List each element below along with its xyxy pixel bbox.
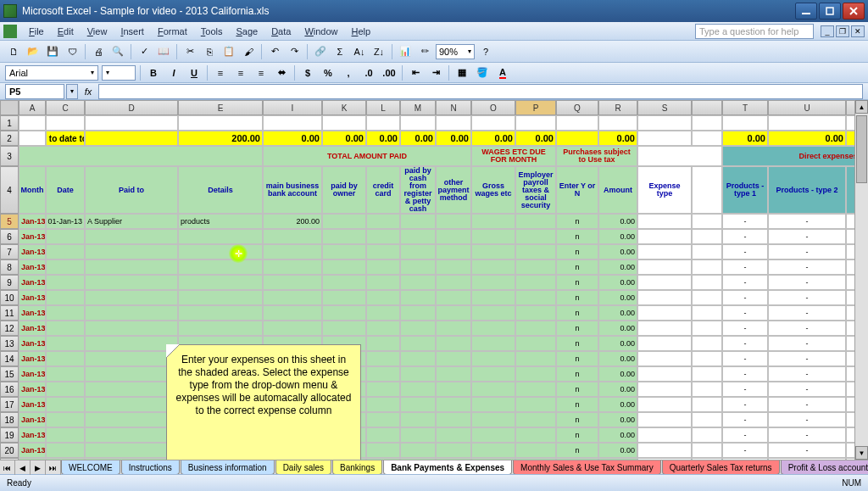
- employer-tax-cell[interactable]: [515, 259, 556, 275]
- underline-button[interactable]: U: [186, 64, 203, 81]
- row-header[interactable]: 15: [0, 366, 19, 382]
- name-dropdown[interactable]: ▾: [66, 84, 78, 99]
- print-icon[interactable]: 🖨: [90, 43, 107, 60]
- sheet-nav[interactable]: ⏮◀▶⏭: [0, 460, 61, 474]
- comma-icon[interactable]: ,: [340, 64, 357, 81]
- menu-help[interactable]: Help: [345, 24, 378, 39]
- amount-cell[interactable]: 0.00: [598, 214, 637, 229]
- bank-cell[interactable]: [263, 290, 322, 305]
- paidto-cell[interactable]: [85, 351, 178, 366]
- amount-cell[interactable]: 0.00: [598, 412, 637, 427]
- details-cell[interactable]: [178, 305, 263, 321]
- sheet-tab[interactable]: Instructions: [121, 460, 180, 474]
- align-center-icon[interactable]: ≡: [232, 64, 249, 81]
- name-box[interactable]: P5: [5, 84, 64, 99]
- amount-cell[interactable]: 0.00: [598, 259, 637, 275]
- amount-cell[interactable]: 0.00: [598, 397, 637, 412]
- col-header[interactable]: R: [598, 100, 637, 115]
- mdi-minimize[interactable]: _: [821, 25, 834, 37]
- row-header[interactable]: 9: [0, 275, 19, 290]
- employer-tax-cell[interactable]: [515, 305, 556, 321]
- select-all[interactable]: [0, 100, 19, 115]
- paidto-cell[interactable]: [85, 321, 178, 336]
- align-right-icon[interactable]: ≡: [253, 64, 270, 81]
- expense-type-cell[interactable]: [637, 397, 692, 412]
- paste-icon[interactable]: 📋: [220, 43, 237, 60]
- menu-window[interactable]: Window: [298, 24, 344, 39]
- yn-cell[interactable]: n: [556, 336, 598, 351]
- row-header[interactable]: 19: [0, 427, 19, 443]
- inc-indent-icon[interactable]: ⇥: [427, 64, 444, 81]
- row-header[interactable]: 7: [0, 244, 19, 259]
- yn-cell[interactable]: n: [556, 366, 598, 382]
- row-header[interactable]: 5: [0, 214, 19, 229]
- amount-cell[interactable]: 0.00: [598, 229, 637, 244]
- sheet-tab[interactable]: Bankings: [332, 460, 382, 474]
- menu-edit[interactable]: Edit: [51, 24, 81, 39]
- employer-tax-cell[interactable]: [515, 214, 556, 229]
- sheet-tab[interactable]: Quarterly Sales Tax returns: [662, 460, 780, 474]
- col-header[interactable]: I: [263, 100, 322, 115]
- bank-cell[interactable]: 200.00: [263, 214, 322, 229]
- paidto-cell[interactable]: [85, 427, 178, 443]
- row-header[interactable]: 16: [0, 382, 19, 397]
- expense-type-cell[interactable]: [637, 351, 692, 366]
- new-icon[interactable]: 🗋: [5, 43, 22, 60]
- mdi-restore[interactable]: ❐: [836, 25, 849, 37]
- details-cell[interactable]: products: [178, 214, 263, 229]
- paidto-cell[interactable]: [85, 290, 178, 305]
- col-header[interactable]: Q: [556, 100, 598, 115]
- employer-tax-cell[interactable]: [515, 443, 556, 458]
- bank-cell[interactable]: [263, 305, 322, 321]
- amount-cell[interactable]: 0.00: [598, 366, 637, 382]
- date-cell[interactable]: [46, 382, 85, 397]
- details-cell[interactable]: [178, 244, 263, 259]
- col-header[interactable]: E: [178, 100, 263, 115]
- mdi-close[interactable]: ✕: [851, 25, 865, 37]
- employer-tax-cell[interactable]: [515, 458, 556, 460]
- date-cell[interactable]: [46, 397, 85, 412]
- col-header[interactable]: A: [19, 100, 46, 115]
- yn-cell[interactable]: n: [556, 351, 598, 366]
- spell-icon[interactable]: ✓: [136, 43, 153, 60]
- date-cell[interactable]: [46, 336, 85, 351]
- date-cell[interactable]: [46, 275, 85, 290]
- merge-icon[interactable]: ⬌: [273, 64, 290, 81]
- hyperlink-icon[interactable]: 🔗: [312, 43, 329, 60]
- chart-icon[interactable]: 📊: [397, 43, 414, 60]
- currency-icon[interactable]: $: [299, 64, 316, 81]
- menu-tools[interactable]: Tools: [194, 24, 230, 39]
- col-header[interactable]: M: [400, 100, 436, 115]
- date-cell[interactable]: 01-Jan-13: [46, 214, 85, 229]
- zoom-select[interactable]: 90%: [436, 44, 475, 59]
- menu-data[interactable]: Data: [264, 24, 298, 39]
- paidto-cell[interactable]: [85, 458, 178, 460]
- date-cell[interactable]: [46, 244, 85, 259]
- dec-decimal-icon[interactable]: .00: [381, 64, 398, 81]
- employer-tax-cell[interactable]: [515, 275, 556, 290]
- bank-cell[interactable]: [263, 321, 322, 336]
- row-header[interactable]: 4: [0, 166, 19, 214]
- expense-type-cell[interactable]: [637, 275, 692, 290]
- date-cell[interactable]: [46, 229, 85, 244]
- date-cell[interactable]: [46, 427, 85, 443]
- expense-type-cell[interactable]: [637, 443, 692, 458]
- yn-cell[interactable]: n: [556, 397, 598, 412]
- expense-type-cell[interactable]: [637, 305, 692, 321]
- employer-tax-cell[interactable]: [515, 382, 556, 397]
- font-color-icon[interactable]: A: [494, 64, 511, 81]
- amount-cell[interactable]: 0.00: [598, 351, 637, 366]
- date-cell[interactable]: [46, 412, 85, 427]
- row-header[interactable]: 6: [0, 229, 19, 244]
- expense-type-cell[interactable]: [637, 427, 692, 443]
- row-header[interactable]: 11: [0, 305, 19, 321]
- col-header[interactable]: L: [366, 100, 400, 115]
- paidto-cell[interactable]: [85, 382, 178, 397]
- date-cell[interactable]: [46, 366, 85, 382]
- amount-cell[interactable]: 0.00: [598, 275, 637, 290]
- sheet-tab[interactable]: Profit & Loss account: [781, 460, 868, 474]
- col-header[interactable]: C: [46, 100, 85, 115]
- sheet-tab[interactable]: Bank Payments & Expenses: [383, 460, 512, 474]
- yn-cell[interactable]: n: [556, 275, 598, 290]
- amount-cell[interactable]: 0.00: [598, 305, 637, 321]
